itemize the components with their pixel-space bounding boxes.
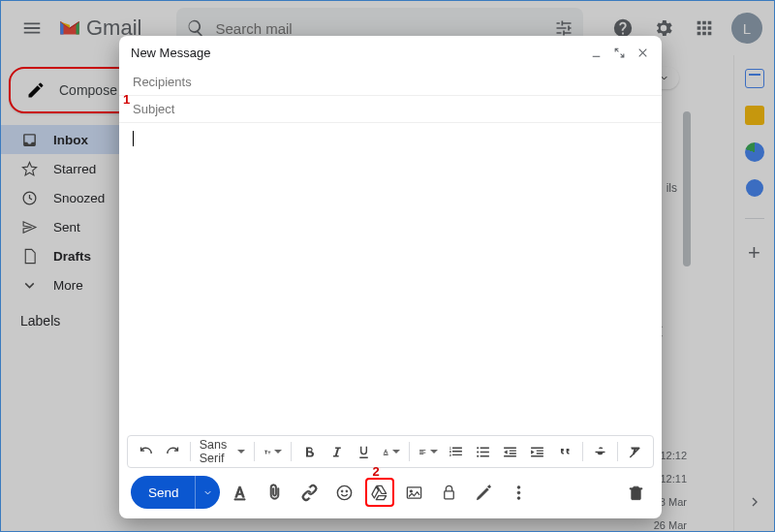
compose-label: Compose: [59, 82, 117, 98]
annotation-1: 1: [123, 92, 130, 107]
annotation-2: 2: [373, 464, 380, 479]
indent-less-icon[interactable]: [499, 439, 522, 464]
insert-emoji-icon[interactable]: [330, 478, 359, 507]
attach-file-icon[interactable]: [261, 478, 290, 507]
insert-drive-icon[interactable]: 2: [365, 478, 394, 507]
bg-text-fragment: ils: [666, 181, 677, 195]
more-options-icon[interactable]: [505, 478, 534, 507]
underline-icon[interactable]: [352, 439, 375, 464]
bulleted-list-icon[interactable]: [472, 439, 495, 464]
compose-title: New Message: [131, 46, 210, 60]
add-addon-icon[interactable]: +: [748, 240, 760, 266]
scrollbar-thumb[interactable]: [683, 111, 691, 266]
numbered-list-icon[interactable]: [445, 439, 468, 464]
draft-icon: [20, 248, 38, 265]
minimize-icon[interactable]: [588, 45, 604, 60]
recipients-field[interactable]: Recipients 1: [119, 69, 662, 96]
quote-icon[interactable]: [553, 439, 576, 464]
close-icon[interactable]: [635, 45, 650, 60]
apps-icon[interactable]: [685, 9, 724, 47]
rail-divider: [745, 218, 764, 219]
formatting-toolbar: Sans Serif: [127, 435, 654, 468]
send-icon: [20, 219, 38, 235]
font-size-dropdown[interactable]: [261, 439, 285, 464]
clock-icon: [20, 190, 38, 206]
pencil-icon: [26, 80, 46, 100]
insert-link-icon[interactable]: [295, 478, 325, 507]
send-button[interactable]: Send: [131, 476, 220, 509]
contacts-addon-icon[interactable]: [746, 179, 763, 197]
inbox-icon: [20, 132, 38, 148]
search-input[interactable]: [215, 20, 544, 37]
confidential-mode-icon[interactable]: [435, 478, 464, 507]
remove-formatting-icon[interactable]: [624, 439, 647, 464]
redo-icon[interactable]: [161, 439, 184, 464]
font-family-dropdown[interactable]: Sans Serif: [197, 439, 249, 464]
insert-image-icon[interactable]: [400, 478, 429, 507]
side-panel: +: [733, 55, 774, 531]
bold-icon[interactable]: [297, 439, 321, 464]
insert-signature-icon[interactable]: [470, 478, 499, 507]
fullscreen-icon[interactable]: [611, 45, 627, 60]
compose-action-row: Send 2: [119, 474, 662, 518]
undo-icon[interactable]: [134, 439, 157, 464]
gmail-icon: [57, 16, 82, 41]
compose-button[interactable]: Compose: [9, 67, 135, 113]
search-options-icon[interactable]: [554, 18, 574, 38]
keep-addon-icon[interactable]: [745, 106, 764, 125]
search-icon: [186, 18, 205, 38]
calendar-addon-icon[interactable]: [745, 69, 764, 88]
star-icon: [20, 161, 38, 177]
italic-icon[interactable]: [325, 439, 348, 464]
account-avatar[interactable]: L: [731, 13, 762, 44]
main-menu-icon[interactable]: [13, 9, 51, 47]
text-cursor: [133, 131, 134, 146]
align-icon[interactable]: [416, 439, 440, 464]
formatting-toggle-icon[interactable]: [226, 478, 255, 507]
subject-field[interactable]: Subject: [119, 96, 662, 123]
collapse-rail-icon[interactable]: [747, 494, 762, 514]
strikethrough-icon[interactable]: [588, 439, 611, 464]
compose-header[interactable]: New Message: [119, 36, 662, 69]
indent-more-icon[interactable]: [526, 439, 549, 464]
compose-body[interactable]: [119, 123, 662, 435]
tasks-addon-icon[interactable]: [745, 142, 764, 162]
send-options-icon[interactable]: [195, 476, 220, 509]
discard-draft-icon[interactable]: [621, 478, 650, 507]
list-time: 26 Mar: [654, 519, 687, 531]
chevron-down-icon: [20, 277, 38, 294]
text-color-icon[interactable]: [379, 439, 403, 464]
compose-dialog: New Message Recipients 1 Subject Sans Se…: [119, 36, 662, 518]
